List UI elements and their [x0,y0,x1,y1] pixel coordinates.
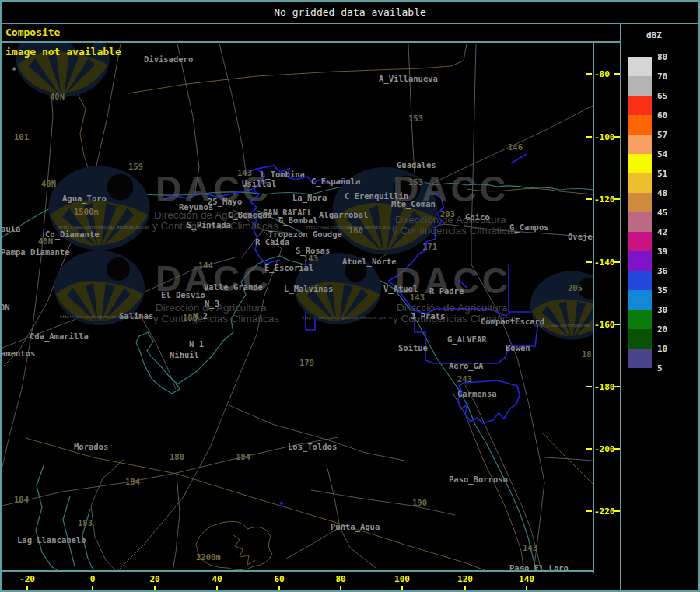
map-label-num: 203 [440,209,455,219]
x-tick-label: 80 [335,575,345,583]
x-tick-label: -20 [19,575,35,583]
dbz-label: 65 [657,92,667,100]
map-label-num: 40N [38,236,53,246]
radar-app-window: No gridded data available Composite DACC… [0,0,700,592]
dbz-label: 70 [657,72,667,81]
map-label-town: Pampa_Diamante [2,247,70,257]
dacc-url: http://www.contingencias.mendoza.gov.ar [60,315,177,319]
y-tick-mark [614,510,620,512]
dbz-label: 42 [657,228,667,236]
map-label-num: 153 [408,114,423,123]
y-tick-label: -100 [594,133,615,142]
map-label-num: 190 [412,498,427,507]
map-label-town: Punta_Agua [331,522,380,531]
y-tick-label: -140 [594,258,615,267]
titlebar-separator [0,23,700,24]
map-label-town: Co_Diamante [45,229,100,239]
map-label-contour: 1500m [74,207,99,216]
map-border-bottom [0,570,593,572]
dacc-logo-icon [529,264,593,346]
map-area[interactable]: DACC Dirección de Agricultura y Continge… [2,43,593,570]
map-label-town: J_Prats [411,311,445,321]
y-tick-label: -220 [594,507,615,516]
map-label-num: 143 [410,292,425,302]
map-label-town: G_Bombal [278,215,318,225]
map-label-town: R_Padre [429,286,464,296]
dbz-swatch [628,76,652,96]
dbz-label: 20 [657,325,667,334]
map-label-num: 40N [41,179,56,188]
dbz-label: 51 [657,170,667,178]
dbz-label: 39 [657,247,667,256]
map-label-town: Paso_Borroso [449,475,508,484]
x-tick-label: 100 [394,575,410,583]
dbz-swatch [628,232,652,251]
scale-border-left [620,23,621,592]
dbz-swatch [628,310,652,329]
y-tick-label: -200 [594,445,615,454]
map-label-num: 40N [50,92,65,101]
map-label-num: 243 [457,374,472,384]
map-label-town: Aero_GA [449,361,483,370]
x-tick-label: 20 [149,575,159,583]
dbz-swatch [628,96,652,115]
dbz-swatch [628,154,652,173]
map-label-town: Algarrobal [319,210,368,219]
map-label-town: Goico [465,212,490,222]
map-label-contour: 2200m [196,552,221,562]
y-tick-mark [614,73,620,75]
map-label-town: Guadales [397,160,436,170]
map-label-num: 143 [523,543,537,552]
map-label-num: 205 [568,283,583,292]
map-label-town: Oveje [568,232,593,241]
map-label-town: A_Villanueva [379,74,438,83]
map-label-town: Cda_Amarilla [30,331,89,341]
map-label-town: N_3 [205,299,219,308]
x-axis: -20020406080100120140 [0,573,620,590]
map-label-town: CompantEscard [481,317,544,326]
dbz-swatch [628,173,652,193]
y-tick-mark [614,448,620,450]
dbz-label: 10 [657,345,667,353]
map-label-town: Paso El Loro [509,563,569,570]
x-tick-label: 0 [90,575,96,583]
dbz-swatch [628,271,652,290]
map-label-town: Agua_Toro [62,194,107,203]
x-tick-label: 60 [274,575,284,583]
map-label-num: 183 [78,518,93,527]
window-border-left [0,0,2,592]
x-tick-label: 140 [519,575,534,583]
dbz-swatch [628,290,652,310]
colorscale-title: dBZ [646,30,662,40]
map-label-town: Soitue [398,343,428,352]
map-label-town: Bowen [506,343,530,352]
title-bar: No gridded data available [0,0,700,23]
map-label-town: Los_Toldos [288,442,337,451]
y-tick-mark [614,136,620,138]
dbz-swatch [628,349,652,368]
field-label: Composite [5,26,60,38]
map-label-num: 146 [508,142,523,152]
map-label-town: La_Nora [292,193,327,202]
y-tick-label: -180 [594,383,615,391]
y-tick-mark [614,386,620,387]
map-label-town: L_Malvinas [284,284,333,293]
map-label-town: R_Caida [255,237,289,247]
dbz-label: 30 [657,306,667,314]
map-label-num: 184 [125,477,140,486]
map-label-town: aula [2,224,20,233]
map-label-town: Nihuil [170,350,199,359]
map-label-num: 144 [198,261,213,270]
map-label-num: 180 [170,452,184,461]
dbz-label: 45 [657,208,667,217]
map-border-right [593,43,594,573]
map-label-town: Reyunos [179,202,213,212]
dacc-url: http://www.contingencias.mendoza.gov.ar [302,316,418,320]
dbz-label: 48 [657,189,667,198]
map-label-town: Valle_Grande [204,282,263,292]
map-label-num: 101 [14,132,29,142]
window-border-top [0,0,700,2]
map-label-num: 171 [422,242,437,251]
dbz-swatch [628,135,652,154]
dbz-label: 80 [657,53,667,61]
